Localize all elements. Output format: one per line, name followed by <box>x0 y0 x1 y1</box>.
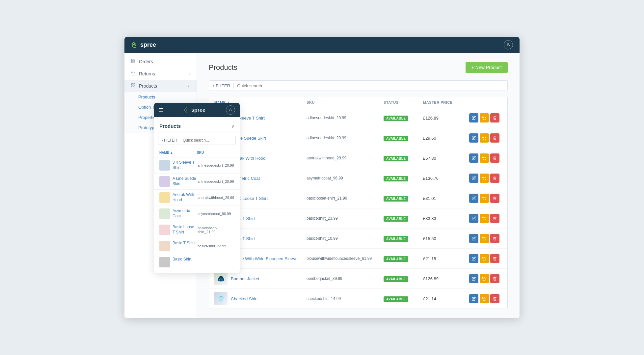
mobile-product-cell: A Line Suede Skirt <box>159 176 196 187</box>
filter-chevron-icon: › <box>213 83 214 88</box>
delete-button[interactable] <box>490 174 499 183</box>
mobile-product-name-link[interactable]: Basic Shirt <box>173 257 191 262</box>
price-column-header: MASTER PRICE <box>423 100 469 104</box>
edit-button[interactable] <box>469 133 478 143</box>
delete-button[interactable] <box>490 133 499 143</box>
product-name-link[interactable]: Bomber Jacket <box>231 276 259 281</box>
delete-button[interactable] <box>490 294 499 303</box>
sidebar-item-orders[interactable]: Orders <box>124 55 197 68</box>
mobile-product-name-link[interactable]: 3 4 Sleeve T Shirt <box>173 160 196 170</box>
status-cell: AVAILABLE <box>384 215 423 222</box>
copy-button[interactable] <box>480 254 489 263</box>
mobile-name-col-header[interactable]: NAME ▲ <box>159 151 197 154</box>
orders-icon <box>131 59 136 64</box>
price-cell: £21.14 <box>423 296 469 301</box>
edit-button[interactable] <box>469 214 478 223</box>
sku-cell: basiclooset-shirt_21.99 <box>307 196 384 201</box>
delete-button[interactable] <box>490 254 499 263</box>
sidebar-item-products[interactable]: Products ∨ <box>124 80 197 92</box>
sidebar-returns-label: Returns <box>139 71 155 76</box>
status-badge: AVAILABLE <box>384 236 408 242</box>
mobile-search-input[interactable] <box>183 138 232 143</box>
status-cell: AVAILABLE <box>384 195 423 202</box>
product-cell: 🧥 Bomber Jacket <box>214 272 307 285</box>
filter-toggle-button[interactable]: › FILTER <box>213 83 230 88</box>
edit-button[interactable] <box>469 274 478 283</box>
copy-button[interactable] <box>480 174 489 183</box>
status-cell: AVAILABLE <box>384 276 423 282</box>
table-row: 👕 Basic Loose T Shirt basiclooset-shirt_… <box>209 188 507 208</box>
price-cell: £21.15 <box>423 256 469 261</box>
mobile-product-cell: Asymetric Coat <box>159 208 196 219</box>
sidebar-item-returns[interactable]: Returns › <box>124 68 197 80</box>
mobile-table-row: 3 4 Sleeve T Shirt a-linesuedeskirt_20.9… <box>154 157 240 174</box>
svg-point-0 <box>134 44 135 45</box>
delete-button[interactable] <box>490 234 499 243</box>
mobile-table-row: Basic Shirt <box>154 254 240 270</box>
submenu-products-link[interactable]: Products <box>124 92 197 102</box>
mobile-nav-header: ☰ spree <box>154 103 240 117</box>
mobile-product-name-link[interactable]: A Line Suede Skirt <box>173 176 196 186</box>
copy-button[interactable] <box>480 113 489 123</box>
actions-cell <box>469 133 502 143</box>
copy-button[interactable] <box>480 274 489 283</box>
edit-button[interactable] <box>469 254 478 263</box>
mobile-page-title: Products <box>159 123 181 129</box>
mobile-table-header: NAME ▲ SKU <box>154 148 240 157</box>
edit-button[interactable] <box>469 234 478 243</box>
mobile-product-name-link[interactable]: Asymetric Coat <box>173 208 196 219</box>
actions-cell <box>469 274 502 283</box>
price-cell: £126.89 <box>423 116 469 121</box>
user-menu-button[interactable] <box>504 40 513 49</box>
mobile-product-name-link[interactable]: Basic T Shirt <box>173 241 195 246</box>
mobile-thumbnail <box>159 192 170 203</box>
products-nav-icon <box>131 83 136 89</box>
delete-button[interactable] <box>490 274 499 283</box>
mobile-expand-icon[interactable]: ∨ <box>231 123 234 129</box>
status-badge: AVAILABLE <box>384 176 408 181</box>
status-badge: AVAILABLE <box>384 116 408 121</box>
hamburger-icon[interactable]: ☰ <box>159 107 163 113</box>
status-cell: AVAILABLE <box>384 115 423 121</box>
svg-rect-3 <box>134 59 135 61</box>
copy-button[interactable] <box>480 133 489 143</box>
mobile-logo: spree <box>184 107 205 113</box>
copy-button[interactable] <box>480 194 489 203</box>
price-cell: £126.89 <box>423 276 469 281</box>
filter-divider <box>233 83 234 89</box>
status-column-header: STATUS <box>384 100 423 104</box>
edit-button[interactable] <box>469 174 478 183</box>
mobile-filter-toggle[interactable]: › FILTER <box>162 138 177 143</box>
mobile-sku-cell: anorakwithhood_29.99 <box>198 196 234 200</box>
status-cell: AVAILABLE <box>384 175 423 181</box>
mobile-nav-body: Products ∨ › FILTER NAME ▲ SKU <box>154 117 240 273</box>
actions-cell <box>469 153 502 163</box>
delete-button[interactable] <box>490 153 499 163</box>
edit-button[interactable] <box>469 113 478 123</box>
mobile-thumbnail <box>159 160 170 171</box>
copy-button[interactable] <box>480 214 489 223</box>
main-content: Products + New Product › FILTER <box>197 53 520 318</box>
status-badge: AVAILABLE <box>384 256 408 262</box>
delete-button[interactable] <box>490 194 499 203</box>
thumb-image: 🧥 <box>214 272 228 285</box>
mobile-user-icon[interactable] <box>226 105 235 115</box>
copy-button[interactable] <box>480 153 489 163</box>
new-product-button[interactable]: + New Product <box>466 62 508 73</box>
product-name-link[interactable]: Blouse With Wide Flounced Sleeve <box>231 256 298 261</box>
copy-button[interactable] <box>480 234 489 243</box>
mobile-sku-cell: a-linesuedeskirt_20.99 <box>198 163 234 167</box>
product-thumbnail: 🧥 <box>214 272 228 285</box>
edit-button[interactable] <box>469 153 478 163</box>
sku-cell: bomberjacket_89.99 <box>307 276 384 281</box>
mobile-product-name-link[interactable]: Anorak With Hood <box>173 192 196 203</box>
edit-button[interactable] <box>469 294 478 303</box>
product-name-link[interactable]: Checked Shirt <box>231 296 258 301</box>
delete-button[interactable] <box>490 214 499 223</box>
spree-logo-icon <box>131 41 138 48</box>
edit-button[interactable] <box>469 194 478 203</box>
mobile-product-name-link[interactable]: Basic Loose T Shirt <box>173 225 196 235</box>
copy-button[interactable] <box>480 294 489 303</box>
search-input[interactable] <box>237 83 503 88</box>
delete-button[interactable] <box>490 113 499 123</box>
